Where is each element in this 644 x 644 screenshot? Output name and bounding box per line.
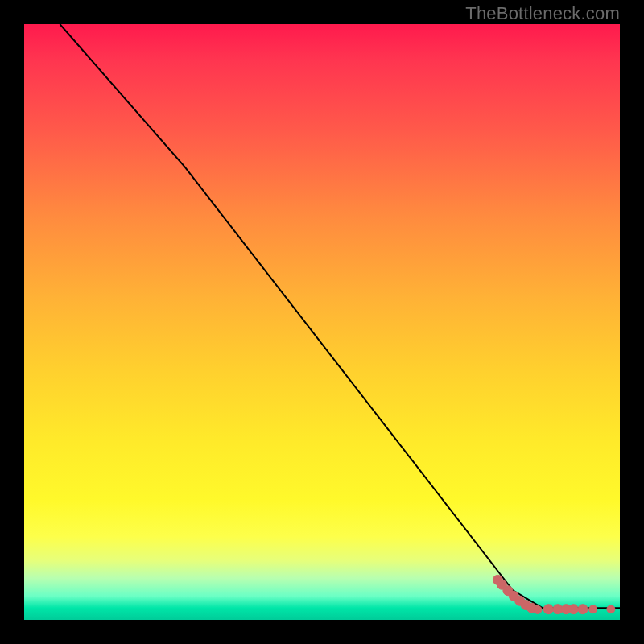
- data-point: [589, 605, 597, 613]
- data-point: [543, 605, 553, 614]
- data-point: [578, 605, 588, 614]
- chart-points: [493, 575, 615, 613]
- chart-overlay-svg: [24, 24, 620, 620]
- plot-area: [24, 24, 620, 620]
- data-point: [534, 605, 542, 613]
- data-point: [568, 605, 578, 614]
- data-point: [607, 605, 615, 613]
- chart-stage: TheBottleneck.com: [0, 0, 644, 644]
- watermark-label: TheBottleneck.com: [465, 3, 620, 24]
- chart-curve: [60, 24, 620, 608]
